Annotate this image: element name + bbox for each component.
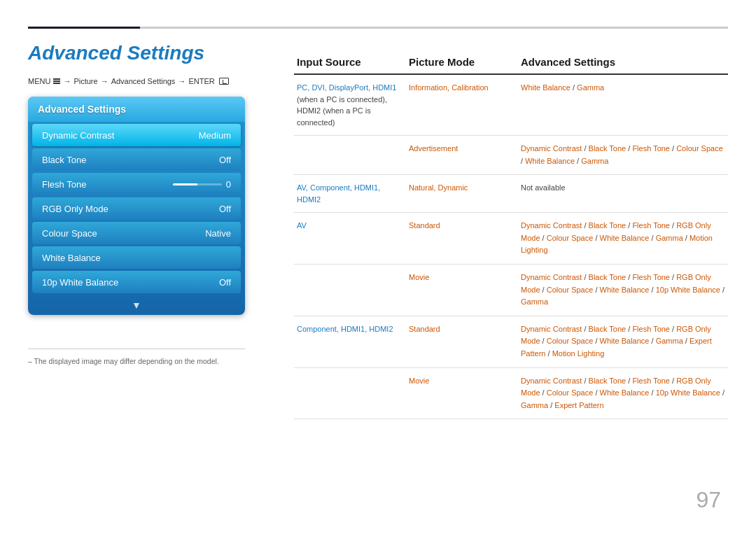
- adv-text-4: Dynamic Contrast / Black Tone / Flesh To…: [521, 221, 713, 254]
- header-input-source: Input Source: [294, 56, 406, 68]
- menu-label: MENU: [28, 77, 50, 85]
- adv-text-2: Dynamic Contrast / Black Tone / Flesh To…: [521, 144, 723, 165]
- advanced-settings-cell: White Balance / Gamma: [518, 82, 728, 94]
- arrow-icon-2: →: [101, 77, 108, 85]
- slider-fill: [173, 183, 197, 185]
- advanced-settings-cell-5: Dynamic Contrast / Black Tone / Flesh To…: [518, 272, 728, 309]
- settings-panel: Advanced Settings Dynamic Contrast Mediu…: [28, 97, 245, 315]
- settings-item-black-tone[interactable]: Black Tone Off: [32, 148, 241, 171]
- flesh-tone-value: 0: [226, 179, 231, 190]
- menu-path: MENU → Picture → Advanced Settings → ENT…: [28, 77, 229, 85]
- arrow-icon: →: [63, 77, 71, 85]
- top-decorative-lines: [28, 27, 728, 29]
- 10p-white-balance-value: Off: [219, 277, 231, 288]
- picture-mode-cell-3: Natural, Dynamic: [406, 182, 518, 194]
- menu-picture: Picture: [74, 77, 97, 85]
- settings-item-rgb-only-mode[interactable]: RGB Only Mode Off: [32, 197, 241, 220]
- page-title: Advanced Settings: [28, 42, 204, 64]
- adv-text-6: Dynamic Contrast / Black Tone / Flesh To…: [521, 325, 712, 358]
- rgb-only-mode-value: Off: [219, 204, 231, 214]
- adv-text-5: Dynamic Contrast / Black Tone / Flesh To…: [521, 273, 724, 306]
- rgb-only-mode-label: RGB Only Mode: [42, 204, 108, 214]
- white-balance-label: White Balance: [42, 253, 101, 263]
- settings-item-white-balance[interactable]: White Balance: [32, 246, 241, 269]
- input-source-cell-6: Component, HDMI1, HDMI2: [294, 323, 406, 335]
- advanced-settings-cell-4: Dynamic Contrast / Black Tone / Flesh To…: [518, 220, 728, 257]
- header-advanced-settings: Advanced Settings: [518, 56, 728, 68]
- table-row: Advertisement Dynamic Contrast / Black T…: [294, 136, 728, 175]
- settings-item-flesh-tone[interactable]: Flesh Tone 0: [32, 173, 241, 195]
- picture-mode-cell-6: Standard: [406, 323, 518, 335]
- arrow-icon-3: →: [178, 77, 186, 85]
- menu-bars-icon: [53, 78, 60, 84]
- dynamic-contrast-value: Medium: [199, 130, 231, 141]
- flesh-tone-label: Flesh Tone: [42, 179, 86, 190]
- table-row: AV Standard Dynamic Contrast / Black Ton…: [294, 213, 728, 265]
- settings-item-dynamic-contrast[interactable]: Dynamic Contrast Medium: [32, 124, 241, 146]
- table-row: Movie Dynamic Contrast / Black Tone / Fl…: [294, 265, 728, 316]
- settings-panel-footer: ▼: [28, 295, 245, 315]
- black-tone-value: Off: [219, 155, 231, 165]
- settings-item-10p-white-balance[interactable]: 10p White Balance Off: [32, 271, 241, 293]
- menu-icon: [53, 78, 60, 84]
- slider-track[interactable]: [173, 183, 222, 185]
- table-row: Component, HDMI1, HDMI2 Standard Dynamic…: [294, 316, 728, 368]
- table-row: AV, Component, HDMI1,HDMI2 Natural, Dyna…: [294, 175, 728, 213]
- advanced-settings-cell-2: Dynamic Contrast / Black Tone / Flesh To…: [518, 143, 728, 167]
- picture-mode-cell: Information, Calibration: [406, 82, 518, 94]
- left-divider: [28, 349, 245, 349]
- table-body: PC, DVI, DisplayPort, HDMI1 (when a PC i…: [294, 75, 728, 419]
- input-source-cell-3: AV, Component, HDMI1,HDMI2: [294, 182, 406, 205]
- enter-icon: [219, 78, 229, 85]
- settings-item-colour-space[interactable]: Colour Space Native: [32, 222, 241, 244]
- note-text: – The displayed image may differ dependi…: [28, 357, 219, 365]
- colour-space-value: Native: [205, 228, 231, 239]
- picture-mode-cell-5: Movie: [406, 272, 518, 283]
- adv-text-7: Dynamic Contrast / Black Tone / Flesh To…: [521, 377, 724, 409]
- input-source-cell-4: AV: [294, 220, 406, 232]
- advanced-settings-cell-3: Not available: [518, 182, 728, 194]
- table-header: Input Source Picture Mode Advanced Setti…: [294, 56, 728, 75]
- colour-space-label: Colour Space: [42, 228, 97, 239]
- black-tone-label: Black Tone: [42, 155, 86, 165]
- table-section: Input Source Picture Mode Advanced Setti…: [294, 56, 728, 419]
- settings-panel-header: Advanced Settings: [28, 97, 245, 122]
- picture-mode-cell-4: Standard: [406, 220, 518, 232]
- page-number: 97: [696, 487, 721, 513]
- table-row: Movie Dynamic Contrast / Black Tone / Fl…: [294, 368, 728, 420]
- advanced-settings-cell-6: Dynamic Contrast / Black Tone / Flesh To…: [518, 323, 728, 360]
- table-row: PC, DVI, DisplayPort, HDMI1 (when a PC i…: [294, 75, 728, 136]
- menu-enter: ENTER: [188, 77, 214, 85]
- picture-mode-cell-2: Advertisement: [406, 143, 518, 155]
- advanced-settings-cell-7: Dynamic Contrast / Black Tone / Flesh To…: [518, 375, 728, 412]
- chevron-down-icon: ▼: [132, 300, 141, 311]
- picture-mode-cell-7: Movie: [406, 375, 518, 387]
- menu-advanced-settings: Advanced Settings: [111, 77, 176, 85]
- 10p-white-balance-label: 10p White Balance: [42, 277, 118, 288]
- header-picture-mode: Picture Mode: [406, 56, 518, 68]
- flesh-tone-slider[interactable]: 0: [173, 179, 231, 190]
- dynamic-contrast-label: Dynamic Contrast: [42, 130, 114, 141]
- adv-text: White Balance / Gamma: [521, 83, 604, 92]
- input-source-cell: PC, DVI, DisplayPort, HDMI1 (when a PC i…: [294, 82, 406, 128]
